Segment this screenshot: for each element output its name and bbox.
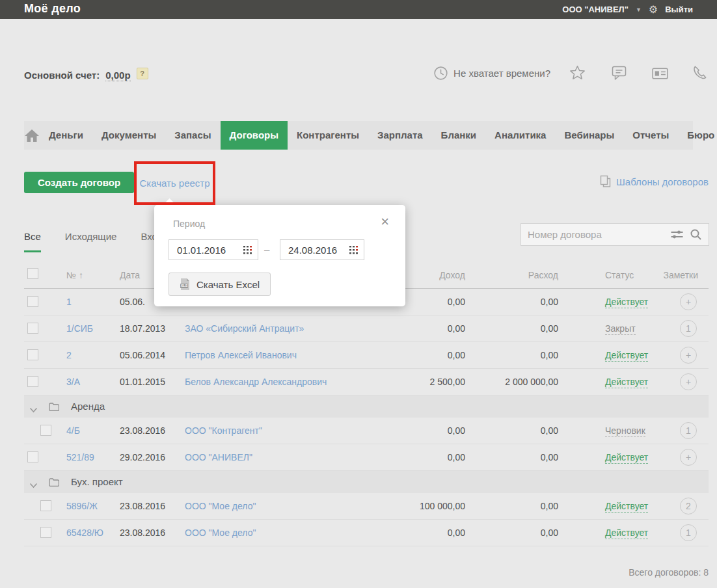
status-badge[interactable]: Действует bbox=[605, 501, 648, 513]
filter-tab-1[interactable]: Исходящие bbox=[65, 231, 117, 252]
filter-sliders-icon[interactable] bbox=[670, 230, 684, 239]
notes-button[interactable]: + bbox=[680, 449, 697, 466]
account-balance-link[interactable]: 0,00р bbox=[105, 68, 130, 81]
header-status[interactable]: Статус bbox=[605, 270, 634, 280]
star-icon[interactable] bbox=[569, 64, 586, 81]
group-row: Аренда bbox=[24, 395, 709, 418]
expense-value: 0,00 bbox=[455, 444, 558, 470]
calendar-icon[interactable] bbox=[243, 246, 252, 254]
nav-tab-2[interactable]: Запасы bbox=[165, 121, 220, 150]
header-number[interactable]: № ↑ bbox=[66, 270, 83, 280]
search-box bbox=[521, 223, 709, 246]
help-badge[interactable]: ? bbox=[137, 68, 148, 79]
filter-tab-0[interactable]: Все bbox=[24, 231, 41, 252]
status-badge[interactable]: Действует bbox=[605, 528, 648, 539]
download-excel-button[interactable]: XLS Скачать Excel bbox=[169, 273, 271, 296]
contract-number-link[interactable]: 5896/Ж bbox=[66, 493, 98, 519]
notes-button[interactable]: + bbox=[680, 293, 697, 310]
contract-number-link[interactable]: 65428/Ю bbox=[66, 520, 103, 546]
row-checkbox[interactable] bbox=[27, 349, 38, 360]
row-checkbox[interactable] bbox=[27, 296, 38, 307]
nav-tab-3[interactable]: Договоры bbox=[221, 121, 288, 150]
table-row: 1/СИБ18.07.2013ЗАО «Сибирский Антрацит»0… bbox=[24, 315, 709, 342]
close-icon[interactable]: × bbox=[377, 214, 393, 230]
nav-tab-7[interactable]: Аналитика bbox=[485, 121, 555, 150]
select-all-checkbox[interactable] bbox=[27, 268, 38, 279]
calendar-icon[interactable] bbox=[349, 246, 358, 254]
table-row: 521/8929.02.2016ООО "АНИВЕЛ"0,000,00Дейс… bbox=[24, 444, 709, 471]
income-value: 0,00 bbox=[362, 418, 465, 444]
counterparty-link[interactable]: ООО "Контрагент" bbox=[185, 418, 262, 444]
nav-tab-1[interactable]: Документы bbox=[92, 121, 165, 150]
row-checkbox[interactable] bbox=[27, 323, 38, 334]
expense-value: 0,00 bbox=[455, 493, 558, 519]
row-checkbox[interactable] bbox=[40, 425, 51, 436]
chevron-down-icon[interactable] bbox=[29, 479, 38, 491]
group-label: Аренда bbox=[71, 395, 105, 418]
counterparty-link[interactable]: Белов Александр Александрович bbox=[185, 369, 327, 395]
header-toolbar: Не хватает времени? bbox=[433, 64, 709, 81]
notes-button[interactable]: + bbox=[680, 373, 697, 390]
notes-button[interactable]: + bbox=[680, 347, 697, 364]
period-from-input[interactable] bbox=[169, 245, 243, 256]
row-checkbox[interactable] bbox=[27, 376, 38, 387]
logout-link[interactable]: Выйти bbox=[665, 5, 693, 14]
nav-tab-9[interactable]: Отчеты bbox=[623, 121, 678, 150]
create-contract-button[interactable]: Создать договор bbox=[24, 172, 134, 193]
chat-icon[interactable] bbox=[608, 64, 629, 81]
nav-tab-4[interactable]: Контрагенты bbox=[288, 121, 368, 150]
row-checkbox[interactable] bbox=[40, 527, 51, 538]
status-badge[interactable]: Закрыт bbox=[605, 323, 636, 335]
gear-icon[interactable]: ⚙ bbox=[649, 5, 658, 15]
chevron-down-icon[interactable]: ▼ bbox=[636, 7, 642, 13]
notes-button[interactable]: 1 bbox=[680, 422, 697, 439]
row-checkbox[interactable] bbox=[27, 451, 38, 462]
status-badge[interactable]: Черновик bbox=[605, 425, 645, 437]
nav-tab-0[interactable]: Деньги bbox=[40, 121, 92, 150]
header-expense[interactable]: Расход bbox=[455, 270, 558, 280]
income-value: 0,00 bbox=[362, 342, 465, 368]
nav-tab-5[interactable]: Зарплата bbox=[368, 121, 432, 150]
contract-number-link[interactable]: 4/Б bbox=[66, 418, 80, 444]
chevron-down-icon[interactable] bbox=[29, 404, 38, 416]
contract-number-link[interactable]: 3/А bbox=[66, 369, 80, 395]
notes-button[interactable]: 1 bbox=[680, 320, 697, 337]
period-to-input[interactable] bbox=[280, 245, 349, 256]
app-logo: Моё дело bbox=[24, 2, 81, 16]
contract-templates-link[interactable]: Шаблоны договоров bbox=[616, 176, 709, 187]
phone-icon[interactable] bbox=[692, 64, 709, 81]
company-selector[interactable]: ООО "АНИВЕЛ" bbox=[562, 5, 629, 14]
status-badge[interactable]: Действует bbox=[605, 297, 648, 308]
group-row: Бух. проект bbox=[24, 471, 709, 493]
table-row: 4/Б23.08.2016ООО "Контрагент"0,000,00Чер… bbox=[24, 418, 709, 444]
no-time-link[interactable]: Не хватает времени? bbox=[453, 68, 550, 79]
notes-button[interactable]: 1 bbox=[680, 524, 697, 541]
contract-number-link[interactable]: 2 bbox=[66, 342, 72, 368]
search-icon[interactable] bbox=[690, 228, 702, 241]
header-notes[interactable]: Заметки bbox=[659, 270, 698, 280]
nav-tab-8[interactable]: Вебинары bbox=[555, 121, 623, 150]
nav-tabs: ДеньгиДокументыЗапасыДоговорыКонтрагенты… bbox=[40, 121, 717, 150]
nav-tab-6[interactable]: Бланки bbox=[432, 121, 485, 150]
download-registry-link[interactable]: Скачать реестр bbox=[139, 178, 210, 189]
counterparty-link[interactable]: ООО "Мое дело" bbox=[185, 520, 256, 546]
counterparty-link[interactable]: ООО "Мое дело" bbox=[185, 493, 256, 519]
status-badge[interactable]: Действует bbox=[605, 377, 648, 388]
nav-tab-10[interactable]: Бюро bbox=[678, 121, 717, 150]
home-icon[interactable] bbox=[24, 121, 40, 150]
contact-card-icon[interactable] bbox=[651, 66, 670, 81]
contract-number-link[interactable]: 1/СИБ bbox=[66, 315, 93, 341]
header-date[interactable]: Дата bbox=[120, 270, 140, 280]
counterparty-link[interactable]: ЗАО «Сибирский Антрацит» bbox=[185, 315, 304, 341]
counterparty-link[interactable]: ООО "АНИВЕЛ" bbox=[185, 444, 252, 470]
contract-number-link[interactable]: 521/89 bbox=[66, 444, 94, 470]
status-badge[interactable]: Действует bbox=[605, 452, 648, 464]
counterparty-link[interactable]: Петров Алексей Иванович bbox=[185, 342, 297, 368]
search-input[interactable] bbox=[521, 229, 670, 240]
row-checkbox[interactable] bbox=[40, 500, 51, 511]
notes-button[interactable]: 2 bbox=[680, 498, 697, 514]
table-row: 205.06.2014Петров Алексей Иванович0,000,… bbox=[24, 342, 709, 369]
contract-number-link[interactable]: 1 bbox=[66, 289, 72, 315]
status-badge[interactable]: Действует bbox=[605, 350, 648, 362]
table-row: 3/А01.01.2015Белов Александр Александров… bbox=[24, 369, 709, 395]
